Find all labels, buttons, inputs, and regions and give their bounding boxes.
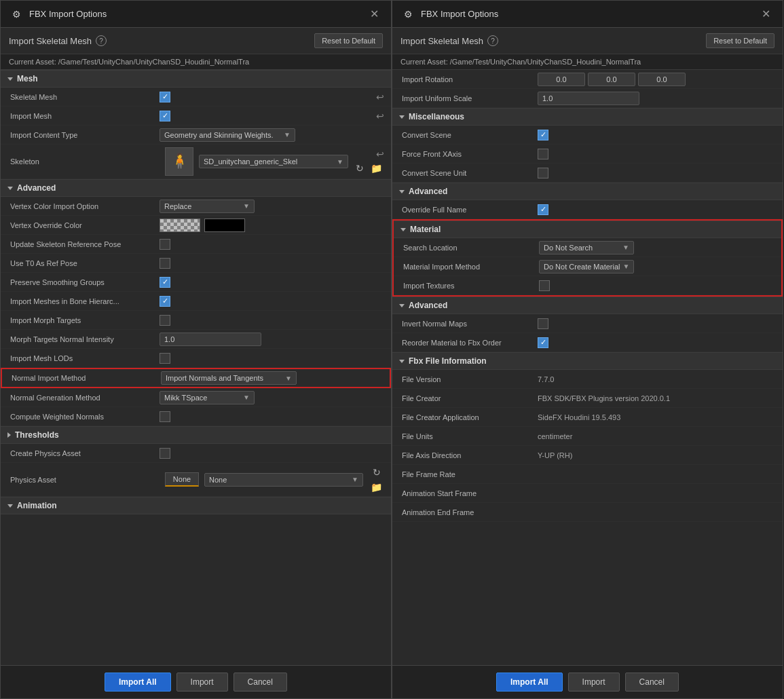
import-morph-label: Import Morph Targets (10, 316, 160, 324)
right-import-all-button[interactable]: Import All (496, 673, 563, 692)
morph-intensity-input[interactable] (160, 333, 261, 346)
skeletal-mesh-checkbox[interactable] (160, 92, 170, 102)
preserve-smoothing-checkbox[interactable] (160, 277, 170, 288)
import-textures-checkbox[interactable] (539, 280, 550, 291)
material-expand-icon (400, 228, 406, 231)
right-advanced2-section-header[interactable]: Advanced (392, 297, 783, 314)
left-close-button[interactable]: ✕ (366, 6, 383, 22)
right-reset-button[interactable]: Reset to Default (706, 33, 774, 48)
right-material-section-header[interactable]: Material (394, 221, 781, 238)
import-content-type-label: Import Content Type (10, 131, 160, 139)
convert-scene-checkbox[interactable] (538, 130, 548, 140)
file-frame-rate-label: File Frame Rate (402, 470, 538, 478)
right-advanced2-section-title: Advanced (409, 301, 447, 310)
morph-intensity-label: Morph Targets Normal Intensity (10, 335, 160, 343)
vertex-color-import-arrow: ▼ (243, 202, 250, 210)
physics-asset-reload-button[interactable]: ↻ (369, 466, 384, 478)
normal-generation-method-arrow: ▼ (243, 394, 250, 401)
left-dialog-title: FBX Import Options (29, 9, 107, 19)
left-thresholds-section-header[interactable]: Thresholds (1, 426, 391, 444)
import-meshes-bone-checkbox[interactable] (160, 296, 170, 307)
left-mesh-section-header[interactable]: Mesh (1, 70, 391, 88)
file-units-value: centimeter (538, 432, 572, 440)
right-fbx-info-section-header[interactable]: Fbx File Information (392, 352, 783, 370)
skeleton-revert-icon[interactable]: ↩ (376, 149, 384, 159)
right-import-type: Import Skeletal Mesh (400, 36, 483, 46)
vertex-color-black[interactable] (204, 219, 245, 232)
normal-generation-method-dropdown[interactable]: Mikk TSpace ▼ (160, 391, 255, 404)
skeletal-mesh-row: Skeletal Mesh ↩ (1, 88, 391, 107)
thresholds-expand-icon (7, 432, 11, 438)
skeleton-browse-button[interactable]: 📁 (369, 162, 384, 174)
skeletal-mesh-revert-icon[interactable]: ↩ (376, 92, 384, 102)
force-front-xaxis-checkbox[interactable] (538, 149, 548, 159)
left-import-button[interactable]: Import (176, 673, 228, 692)
left-import-all-button[interactable]: Import All (105, 673, 171, 692)
material-import-method-value: Do Not Create Material (544, 263, 620, 271)
use-t0-ref-pose-checkbox[interactable] (160, 258, 170, 269)
left-animation-section-title: Animation (17, 501, 57, 510)
convert-scene-unit-checkbox[interactable] (538, 168, 548, 178)
physics-asset-browse-button[interactable]: 📁 (369, 481, 384, 493)
search-location-dropdown[interactable]: Do Not Search ▼ (539, 241, 634, 254)
right-advanced2-expand-icon (399, 304, 405, 307)
import-morph-checkbox[interactable] (160, 315, 170, 326)
normal-import-method-arrow: ▼ (285, 375, 292, 382)
file-axis-direction-row: File Axis Direction Y-UP (RH) (392, 446, 783, 465)
right-misc-section-header[interactable]: Miscellaneous (392, 108, 783, 126)
override-full-name-row: Override Full Name (392, 200, 783, 219)
left-reset-button[interactable]: Reset to Default (314, 33, 383, 48)
fbx-info-expand-icon (399, 360, 405, 363)
right-dialog: ⚙ FBX Import Options ✕ Import Skeletal M… (392, 0, 783, 699)
convert-scene-unit-label: Convert Scene Unit (402, 169, 538, 177)
normal-import-method-dropdown[interactable]: Import Normals and Tangents ▼ (161, 371, 297, 385)
right-help-icon[interactable]: ? (487, 35, 498, 46)
right-close-button[interactable]: ✕ (758, 6, 774, 22)
unreal-logo-left: ⚙ (9, 7, 24, 22)
left-help-icon[interactable]: ? (96, 35, 107, 46)
right-import-button[interactable]: Import (568, 673, 620, 692)
vertex-color-swatch[interactable] (160, 219, 200, 232)
create-physics-label: Create Physics Asset (10, 449, 160, 457)
uniform-scale-input[interactable] (538, 92, 639, 105)
file-creator-app-row: File Creator Application SideFX Houdini … (392, 408, 783, 427)
material-import-method-dropdown[interactable]: Do Not Create Material ▼ (539, 260, 634, 273)
reorder-material-checkbox[interactable] (538, 337, 548, 348)
skeleton-dropdown[interactable]: SD_unitychan_generic_Skel ▼ (199, 155, 348, 168)
import-mesh-lods-checkbox[interactable] (160, 353, 170, 364)
skeleton-dropdown-arrow: ▼ (337, 158, 343, 166)
import-content-type-dropdown[interactable]: Geometry and Skinning Weights. ▼ (160, 128, 295, 142)
left-advanced-section-header[interactable]: Advanced (1, 179, 391, 197)
file-units-row: File Units centimeter (392, 427, 783, 446)
import-mesh-lods-row: Import Mesh LODs (1, 349, 391, 368)
invert-normal-maps-checkbox[interactable] (538, 318, 548, 329)
right-current-asset: Current Asset: /Game/Test/UnityChan/Unit… (392, 54, 783, 70)
preserve-smoothing-row: Preserve Smoothing Groups (1, 273, 391, 292)
physics-asset-dropdown-arrow: ▼ (352, 476, 358, 483)
right-subheader: Import Skeletal Mesh ? Reset to Default (392, 28, 783, 54)
rotation-x-input[interactable] (538, 73, 585, 86)
create-physics-checkbox[interactable] (160, 448, 170, 459)
left-dialog-header: ⚙ FBX Import Options ✕ (1, 1, 391, 28)
material-import-method-row: Material Import Method Do Not Create Mat… (394, 257, 781, 276)
override-full-name-checkbox[interactable] (538, 204, 548, 215)
left-thresholds-section-title: Thresholds (15, 430, 59, 440)
import-mesh-label: Import Mesh (10, 112, 160, 120)
update-skeleton-ref-checkbox[interactable] (160, 239, 170, 250)
physics-asset-dropdown[interactable]: None ▼ (204, 473, 363, 487)
import-mesh-revert-icon[interactable]: ↩ (376, 111, 384, 121)
left-dialog-footer: Import All Import Cancel (1, 665, 391, 698)
skeleton-reload-button[interactable]: ↻ (354, 162, 366, 174)
vertex-override-color-label: Vertex Override Color (10, 221, 160, 229)
left-cancel-button[interactable]: Cancel (234, 673, 287, 692)
left-animation-section-header[interactable]: Animation (1, 497, 391, 514)
file-axis-direction-label: File Axis Direction (402, 451, 538, 459)
rotation-z-input[interactable] (638, 73, 686, 86)
vertex-color-import-dropdown[interactable]: Replace ▼ (160, 200, 255, 213)
compute-weighted-checkbox[interactable] (160, 411, 170, 422)
import-mesh-checkbox[interactable] (160, 111, 170, 121)
rotation-y-input[interactable] (588, 73, 635, 86)
right-cancel-button[interactable]: Cancel (625, 673, 679, 692)
morph-intensity-row: Morph Targets Normal Intensity (1, 330, 391, 349)
right-advanced-section-header[interactable]: Advanced (392, 183, 783, 200)
